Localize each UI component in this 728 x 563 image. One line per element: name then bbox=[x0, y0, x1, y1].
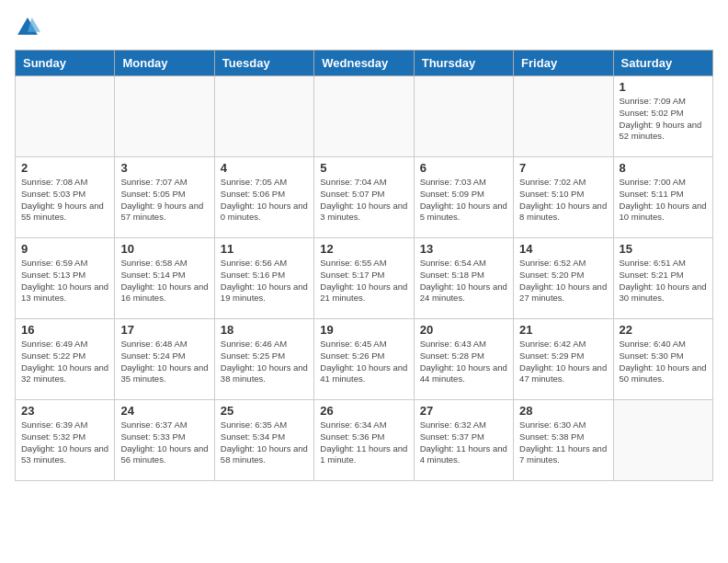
day-number: 9 bbox=[21, 242, 108, 256]
day-info: Sunrise: 7:07 AM Sunset: 5:05 PM Dayligh… bbox=[120, 177, 208, 224]
calendar-day-cell: 7Sunrise: 7:02 AM Sunset: 5:10 PM Daylig… bbox=[514, 157, 613, 238]
calendar-day-cell: 21Sunrise: 6:42 AM Sunset: 5:29 PM Dayli… bbox=[514, 319, 613, 400]
day-number: 11 bbox=[221, 242, 308, 256]
day-info: Sunrise: 7:05 AM Sunset: 5:06 PM Dayligh… bbox=[221, 177, 308, 224]
calendar-day-cell bbox=[514, 76, 613, 157]
day-info: Sunrise: 6:59 AM Sunset: 5:13 PM Dayligh… bbox=[21, 258, 108, 304]
day-info: Sunrise: 7:00 AM Sunset: 5:11 PM Dayligh… bbox=[620, 177, 707, 224]
day-info: Sunrise: 7:03 AM Sunset: 5:09 PM Dayligh… bbox=[420, 177, 507, 224]
day-info: Sunrise: 6:55 AM Sunset: 5:17 PM Dayligh… bbox=[320, 258, 407, 304]
day-info: Sunrise: 6:42 AM Sunset: 5:29 PM Dayligh… bbox=[519, 339, 607, 385]
calendar-day-cell: 24Sunrise: 6:37 AM Sunset: 5:33 PM Dayli… bbox=[115, 400, 214, 481]
logo-icon bbox=[15, 15, 40, 40]
day-number: 20 bbox=[420, 323, 507, 337]
day-number: 14 bbox=[519, 242, 607, 256]
day-number: 3 bbox=[120, 161, 208, 175]
day-info: Sunrise: 6:49 AM Sunset: 5:22 PM Dayligh… bbox=[21, 339, 108, 385]
day-of-week-header: Thursday bbox=[414, 51, 513, 76]
day-info: Sunrise: 6:39 AM Sunset: 5:32 PM Dayligh… bbox=[21, 419, 108, 466]
day-of-week-header: Tuesday bbox=[214, 51, 313, 76]
calendar-day-cell: 17Sunrise: 6:48 AM Sunset: 5:24 PM Dayli… bbox=[115, 319, 214, 400]
day-number: 25 bbox=[221, 404, 308, 418]
calendar-day-cell bbox=[16, 76, 115, 157]
calendar-day-cell bbox=[214, 76, 313, 157]
day-number: 18 bbox=[221, 323, 308, 337]
calendar-week-row: 1Sunrise: 7:09 AM Sunset: 5:02 PM Daylig… bbox=[16, 76, 713, 157]
day-info: Sunrise: 6:35 AM Sunset: 5:34 PM Dayligh… bbox=[221, 419, 308, 466]
calendar-day-cell: 23Sunrise: 6:39 AM Sunset: 5:32 PM Dayli… bbox=[16, 400, 115, 481]
day-info: Sunrise: 6:54 AM Sunset: 5:18 PM Dayligh… bbox=[420, 258, 507, 304]
calendar-day-cell: 15Sunrise: 6:51 AM Sunset: 5:21 PM Dayli… bbox=[613, 238, 712, 319]
day-number: 23 bbox=[21, 404, 108, 418]
day-number: 13 bbox=[420, 242, 507, 256]
day-number: 22 bbox=[620, 323, 707, 337]
calendar-day-cell: 27Sunrise: 6:32 AM Sunset: 5:37 PM Dayli… bbox=[414, 400, 513, 481]
calendar-day-cell: 13Sunrise: 6:54 AM Sunset: 5:18 PM Dayli… bbox=[414, 238, 513, 319]
day-number: 26 bbox=[320, 404, 407, 418]
day-of-week-header: Friday bbox=[514, 51, 613, 76]
calendar-day-cell: 25Sunrise: 6:35 AM Sunset: 5:34 PM Dayli… bbox=[214, 400, 313, 481]
day-of-week-header: Sunday bbox=[16, 51, 115, 76]
day-number: 1 bbox=[620, 80, 707, 94]
calendar-day-cell: 20Sunrise: 6:43 AM Sunset: 5:28 PM Dayli… bbox=[414, 319, 513, 400]
calendar-day-cell: 22Sunrise: 6:40 AM Sunset: 5:30 PM Dayli… bbox=[613, 319, 712, 400]
day-info: Sunrise: 7:02 AM Sunset: 5:10 PM Dayligh… bbox=[519, 177, 607, 224]
calendar-day-cell: 6Sunrise: 7:03 AM Sunset: 5:09 PM Daylig… bbox=[414, 157, 513, 238]
day-info: Sunrise: 6:52 AM Sunset: 5:20 PM Dayligh… bbox=[519, 258, 607, 304]
calendar-day-cell: 19Sunrise: 6:45 AM Sunset: 5:26 PM Dayli… bbox=[314, 319, 414, 400]
calendar-day-cell: 4Sunrise: 7:05 AM Sunset: 5:06 PM Daylig… bbox=[214, 157, 313, 238]
day-of-week-header: Saturday bbox=[613, 51, 712, 76]
day-info: Sunrise: 6:30 AM Sunset: 5:38 PM Dayligh… bbox=[519, 419, 607, 466]
calendar-header-row: SundayMondayTuesdayWednesdayThursdayFrid… bbox=[16, 51, 713, 76]
day-number: 10 bbox=[120, 242, 208, 256]
day-info: Sunrise: 6:40 AM Sunset: 5:30 PM Dayligh… bbox=[620, 339, 707, 385]
day-info: Sunrise: 7:09 AM Sunset: 5:02 PM Dayligh… bbox=[620, 96, 707, 143]
day-info: Sunrise: 7:08 AM Sunset: 5:03 PM Dayligh… bbox=[21, 177, 108, 224]
calendar-day-cell: 10Sunrise: 6:58 AM Sunset: 5:14 PM Dayli… bbox=[115, 238, 214, 319]
day-number: 5 bbox=[320, 161, 407, 175]
calendar-week-row: 9Sunrise: 6:59 AM Sunset: 5:13 PM Daylig… bbox=[16, 238, 713, 319]
calendar-day-cell: 18Sunrise: 6:46 AM Sunset: 5:25 PM Dayli… bbox=[214, 319, 313, 400]
day-info: Sunrise: 6:46 AM Sunset: 5:25 PM Dayligh… bbox=[221, 339, 308, 385]
day-number: 8 bbox=[620, 161, 707, 175]
calendar-day-cell: 11Sunrise: 6:56 AM Sunset: 5:16 PM Dayli… bbox=[214, 238, 313, 319]
calendar-day-cell bbox=[115, 76, 214, 157]
day-info: Sunrise: 6:56 AM Sunset: 5:16 PM Dayligh… bbox=[221, 258, 308, 304]
day-number: 16 bbox=[21, 323, 108, 337]
day-number: 17 bbox=[120, 323, 208, 337]
day-info: Sunrise: 6:32 AM Sunset: 5:37 PM Dayligh… bbox=[420, 419, 507, 466]
calendar-day-cell: 3Sunrise: 7:07 AM Sunset: 5:05 PM Daylig… bbox=[115, 157, 214, 238]
day-number: 28 bbox=[519, 404, 607, 418]
day-info: Sunrise: 7:04 AM Sunset: 5:07 PM Dayligh… bbox=[320, 177, 407, 224]
day-number: 21 bbox=[519, 323, 607, 337]
calendar-day-cell: 12Sunrise: 6:55 AM Sunset: 5:17 PM Dayli… bbox=[314, 238, 414, 319]
calendar-day-cell: 9Sunrise: 6:59 AM Sunset: 5:13 PM Daylig… bbox=[16, 238, 115, 319]
calendar-day-cell bbox=[613, 400, 712, 481]
day-info: Sunrise: 6:58 AM Sunset: 5:14 PM Dayligh… bbox=[120, 258, 208, 304]
calendar-day-cell: 16Sunrise: 6:49 AM Sunset: 5:22 PM Dayli… bbox=[16, 319, 115, 400]
calendar-day-cell: 1Sunrise: 7:09 AM Sunset: 5:02 PM Daylig… bbox=[613, 76, 712, 157]
calendar-day-cell: 8Sunrise: 7:00 AM Sunset: 5:11 PM Daylig… bbox=[613, 157, 712, 238]
calendar-week-row: 23Sunrise: 6:39 AM Sunset: 5:32 PM Dayli… bbox=[16, 400, 713, 481]
day-number: 4 bbox=[221, 161, 308, 175]
calendar-day-cell: 2Sunrise: 7:08 AM Sunset: 5:03 PM Daylig… bbox=[16, 157, 115, 238]
day-number: 2 bbox=[21, 161, 108, 175]
day-number: 19 bbox=[320, 323, 407, 337]
day-info: Sunrise: 6:34 AM Sunset: 5:36 PM Dayligh… bbox=[320, 419, 407, 466]
day-info: Sunrise: 6:37 AM Sunset: 5:33 PM Dayligh… bbox=[120, 419, 208, 466]
calendar-table: SundayMondayTuesdayWednesdayThursdayFrid… bbox=[15, 50, 713, 481]
page-header bbox=[15, 15, 713, 40]
day-info: Sunrise: 6:43 AM Sunset: 5:28 PM Dayligh… bbox=[420, 339, 507, 385]
day-number: 6 bbox=[420, 161, 507, 175]
day-info: Sunrise: 6:48 AM Sunset: 5:24 PM Dayligh… bbox=[120, 339, 208, 385]
calendar-day-cell bbox=[414, 76, 513, 157]
day-of-week-header: Monday bbox=[115, 51, 214, 76]
calendar-day-cell: 5Sunrise: 7:04 AM Sunset: 5:07 PM Daylig… bbox=[314, 157, 414, 238]
logo bbox=[15, 15, 42, 40]
day-number: 24 bbox=[120, 404, 208, 418]
day-info: Sunrise: 6:45 AM Sunset: 5:26 PM Dayligh… bbox=[320, 339, 407, 385]
calendar-day-cell: 28Sunrise: 6:30 AM Sunset: 5:38 PM Dayli… bbox=[514, 400, 613, 481]
calendar-week-row: 2Sunrise: 7:08 AM Sunset: 5:03 PM Daylig… bbox=[16, 157, 713, 238]
calendar-day-cell: 26Sunrise: 6:34 AM Sunset: 5:36 PM Dayli… bbox=[314, 400, 414, 481]
day-of-week-header: Wednesday bbox=[314, 51, 414, 76]
